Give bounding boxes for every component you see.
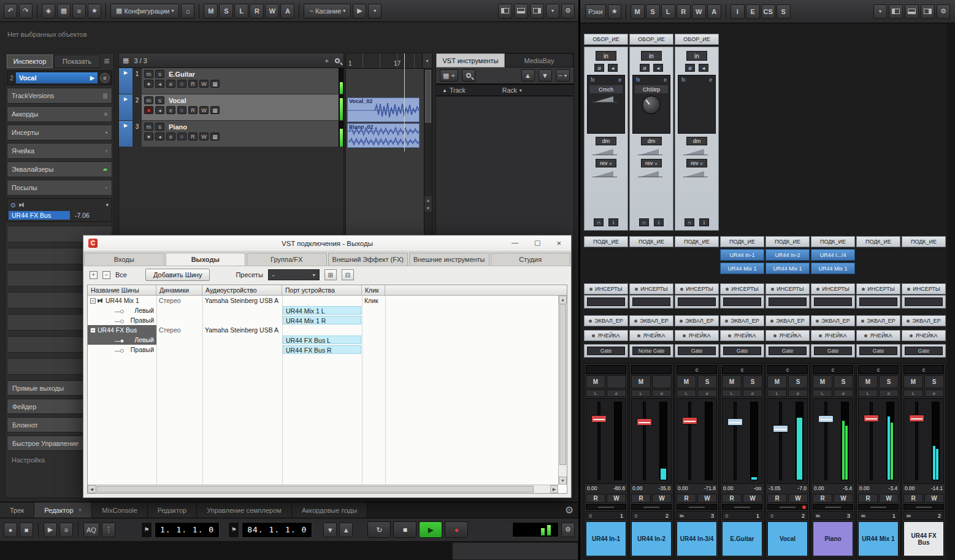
fader-handle[interactable] — [591, 415, 607, 423]
device-port-cell[interactable] — [282, 325, 362, 335]
fader-handle[interactable] — [682, 417, 697, 424]
monitor-level-fader[interactable] — [683, 148, 710, 156]
rack-header[interactable]: ЭКВАЛ_ЕР — [629, 315, 673, 326]
punch-out-button[interactable]: ■ — [20, 523, 33, 537]
click-cell[interactable] — [362, 325, 385, 335]
record-enable-button[interactable]: ● — [144, 132, 153, 140]
write-automation-button[interactable]: W — [743, 494, 762, 503]
inspector-section[interactable]: Ячейка ▫ — [7, 143, 112, 159]
fx-slot[interactable]: fxe — [678, 75, 716, 134]
scroll-down-icon[interactable]: ▼ — [559, 477, 567, 485]
pan-control[interactable]: c — [722, 365, 762, 374]
phase-button[interactable]: ø — [594, 64, 604, 72]
inspector-section[interactable]: Аккорды ≡ — [7, 106, 112, 122]
stop-button[interactable]: ■ — [393, 521, 416, 538]
solo-button[interactable]: S — [697, 375, 717, 388]
strip-gate-slot[interactable]: Gate — [675, 344, 719, 358]
fader-value[interactable]: 0.00 — [587, 485, 597, 493]
collapse-all-button[interactable]: − — [102, 271, 110, 279]
track-column-header[interactable]: Track — [450, 86, 466, 94]
mixer-automation-l-button[interactable]: L — [661, 4, 675, 19]
add-track-button[interactable]: + — [325, 57, 329, 64]
audio-event-vocal[interactable]: Vocal_02 — [347, 98, 420, 122]
expand-toggle-icon[interactable]: − — [90, 298, 96, 304]
monitor-record-row[interactable] — [813, 504, 853, 510]
redo-button[interactable]: ↷ — [19, 4, 33, 18]
input-routing[interactable]: UR44 In-2 — [765, 249, 810, 261]
write-automation-button[interactable]: W — [652, 494, 672, 503]
rack-header[interactable]: ПОДК_ИЕ — [720, 236, 764, 247]
read-automation-button[interactable]: R — [903, 494, 923, 503]
solo-button[interactable]: S — [788, 375, 808, 388]
edit-fx-button[interactable]: e — [709, 77, 712, 83]
insert-slot[interactable] — [902, 295, 946, 309]
cycle-button[interactable]: ↻ — [367, 521, 391, 538]
monitor-record-row[interactable] — [903, 504, 944, 510]
dialog-horizontal-scrollbar[interactable]: ◀ ▶ — [88, 485, 558, 493]
monitor-record-row[interactable] — [586, 504, 626, 510]
click-button[interactable]: ≡ — [59, 523, 73, 537]
scroll-right-icon[interactable]: ▶ — [550, 485, 558, 493]
speakers-cell[interactable] — [156, 335, 202, 345]
sliders-tool-icon[interactable]: ≡ — [72, 4, 86, 18]
dialog-vertical-scrollbar[interactable]: ▲ ▼ — [558, 296, 567, 485]
layout-bottom-button[interactable] — [514, 4, 528, 18]
sort-down-icon[interactable]: ▾ — [520, 88, 522, 93]
edit-fx-button[interactable]: e — [618, 77, 621, 83]
scroll-up-icon[interactable]: ▲ — [424, 196, 432, 204]
fader-handle[interactable] — [727, 418, 743, 426]
scrollbar-thumb[interactable] — [559, 304, 566, 465]
edit-reverb-button[interactable]: e — [700, 161, 703, 166]
monitor-button[interactable]: ◂ — [155, 106, 164, 114]
gain-button[interactable]: ◂ — [608, 64, 618, 72]
mute-button[interactable]: M — [813, 375, 832, 388]
locator-flag-icon[interactable]: ⚑ — [228, 522, 239, 538]
strip-gate-slot[interactable]: Gate — [856, 344, 900, 358]
maximize-button[interactable]: ▢ — [534, 239, 540, 248]
workspaces-star-icon[interactable]: ★ — [88, 4, 101, 18]
headphones-icon[interactable]: ∩ — [639, 218, 649, 226]
mute-button[interactable]: M — [722, 375, 742, 388]
input-button[interactable]: in — [686, 51, 707, 61]
auto-quantize-button[interactable]: AQ — [83, 523, 99, 537]
playhead-cursor[interactable] — [404, 53, 405, 152]
mixer-view-e-button[interactable]: E — [746, 4, 760, 19]
lower-zone-tab[interactable]: Трек × — [0, 502, 34, 518]
input-button[interactable]: in — [641, 51, 662, 61]
peak-value[interactable]: -3.4 — [888, 485, 897, 493]
fader-value[interactable]: 0.00 — [905, 485, 915, 493]
close-button[interactable]: × — [556, 239, 561, 248]
input-routing[interactable]: UR44 I.../4 — [811, 249, 855, 261]
output-bus-name[interactable]: UR44 FX Bus — [9, 211, 70, 220]
info-icon[interactable]: i — [699, 218, 709, 226]
rack-header[interactable]: ЯЧЕЙКА — [584, 330, 628, 341]
record-enable-button[interactable]: ● — [144, 106, 153, 114]
strip-gate-slot[interactable]: Gate — [811, 344, 855, 358]
write-automation-button[interactable]: W — [924, 494, 944, 503]
rack-header[interactable]: ЯЧЕЙКА — [675, 330, 719, 341]
monitor-record-row[interactable] — [858, 504, 899, 510]
nudge-up-button[interactable]: ▲ — [339, 523, 353, 537]
audio-device-cell[interactable]: Yamaha Steinberg USB A — [202, 296, 282, 305]
power-icon[interactable]: ⊙ — [10, 202, 15, 209]
lower-zone-gear-button[interactable]: ⚙ — [560, 502, 578, 518]
move-down-button[interactable]: ▼ — [539, 69, 552, 82]
transport-options-button[interactable]: ⋮ — [102, 523, 115, 537]
position-display[interactable]: 1. 1. 1. 0 — [155, 522, 220, 538]
lower-zone-tab[interactable]: Аккордовые пэды × — [292, 502, 367, 518]
record-button[interactable]: ● — [445, 521, 468, 538]
reverb-level-fader[interactable] — [638, 171, 665, 178]
audio-event-piano[interactable]: Piano_02 — [347, 123, 420, 148]
write-automation-button[interactable]: W — [199, 132, 209, 140]
rack-header[interactable]: ПОДК_ИЕ — [811, 236, 855, 247]
rack-header[interactable]: ЭКВАЛ_ЕР — [811, 315, 855, 326]
output-routing[interactable]: UR44 Mix 1 — [765, 263, 810, 274]
strip-gate-slot[interactable]: Gate — [720, 344, 764, 358]
rack-header[interactable]: ПОДК_ИЕ — [675, 236, 719, 247]
device-port-cell[interactable]: UR44 FX Bus L — [282, 335, 362, 345]
expand-all-button[interactable]: + — [90, 271, 98, 279]
audio-device-cell[interactable]: Yamaha Steinberg USB A — [202, 325, 282, 335]
listen-button[interactable]: L — [813, 389, 832, 397]
dialog-tab[interactable]: Внешний Эффект (FX) — [328, 253, 408, 266]
strip-gate-slot[interactable]: Gate — [584, 344, 628, 358]
